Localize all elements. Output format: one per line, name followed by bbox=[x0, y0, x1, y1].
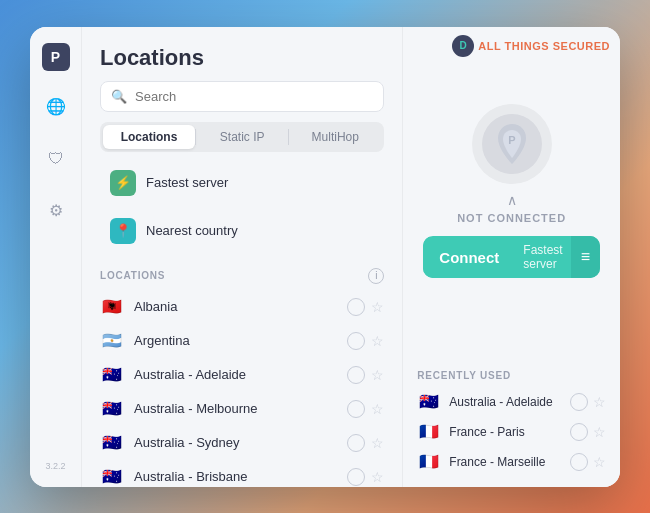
location-name: Australia - Sydney bbox=[134, 435, 337, 450]
flag-australia: 🇦🇺 bbox=[100, 468, 124, 486]
tab-multihop[interactable]: MultiHop bbox=[289, 125, 381, 149]
connect-menu-btn[interactable]: ≡ bbox=[571, 236, 600, 278]
favorite-star-btn[interactable]: ☆ bbox=[371, 299, 384, 315]
favorite-star-btn[interactable]: ☆ bbox=[371, 469, 384, 485]
connect-circle-btn[interactable] bbox=[347, 434, 365, 452]
chevron-up-icon[interactable]: ∧ bbox=[507, 192, 517, 208]
vpn-logo-circle: P bbox=[472, 104, 552, 184]
connect-circle-btn[interactable] bbox=[347, 366, 365, 384]
location-actions: ☆ bbox=[347, 298, 384, 316]
list-item[interactable]: 🇦🇺 Australia - Adelaide ☆ bbox=[417, 387, 606, 417]
svg-text:P: P bbox=[508, 134, 515, 146]
fastest-server-item[interactable]: ⚡ Fastest server bbox=[100, 162, 384, 204]
connect-button[interactable]: Connect bbox=[423, 237, 515, 278]
fastest-server-label: Fastest server bbox=[146, 175, 228, 190]
search-bar[interactable]: 🔍 bbox=[100, 81, 384, 112]
recent-location-name: France - Paris bbox=[449, 425, 562, 439]
sidebar-settings-icon[interactable]: ⚙ bbox=[40, 195, 72, 227]
favorite-star-btn[interactable]: ☆ bbox=[593, 394, 606, 410]
search-icon: 🔍 bbox=[111, 89, 127, 104]
favorite-star-btn[interactable]: ☆ bbox=[593, 454, 606, 470]
location-actions: ☆ bbox=[347, 434, 384, 452]
left-panel: Locations 🔍 Locations Static IP MultiHop bbox=[82, 27, 403, 487]
watermark-logo: D bbox=[452, 35, 474, 57]
connect-circle-btn[interactable] bbox=[347, 332, 365, 350]
location-actions: ☆ bbox=[347, 400, 384, 418]
list-item[interactable]: 🇦🇱 Albania ☆ bbox=[82, 290, 402, 324]
page-title: Locations bbox=[82, 27, 402, 81]
location-name: Australia - Brisbane bbox=[134, 469, 337, 484]
vpn-logo-svg: P bbox=[494, 122, 530, 166]
list-item[interactable]: 🇦🇺 Australia - Adelaide ☆ bbox=[82, 358, 402, 392]
connect-circle-btn[interactable] bbox=[570, 423, 588, 441]
recently-used-label: RECENTLY USED bbox=[417, 370, 606, 381]
nearest-country-icon: 📍 bbox=[110, 218, 136, 244]
tabs-row: Locations Static IP MultiHop bbox=[100, 122, 384, 152]
flag-fr: 🇫🇷 bbox=[417, 423, 441, 441]
flag-albania: 🇦🇱 bbox=[100, 298, 124, 316]
favorite-star-btn[interactable]: ☆ bbox=[371, 401, 384, 417]
favorite-star-btn[interactable]: ☆ bbox=[371, 367, 384, 383]
connect-circle-btn[interactable] bbox=[347, 400, 365, 418]
location-actions: ☆ bbox=[347, 366, 384, 384]
list-item[interactable]: 🇦🇷 Argentina ☆ bbox=[82, 324, 402, 358]
favorite-star-btn[interactable]: ☆ bbox=[593, 424, 606, 440]
list-item[interactable]: 🇫🇷 France - Paris ☆ bbox=[417, 417, 606, 447]
flag-au: 🇦🇺 bbox=[417, 393, 441, 411]
nearest-country-label: Nearest country bbox=[146, 223, 238, 238]
location-name: Argentina bbox=[134, 333, 337, 348]
tab-locations[interactable]: Locations bbox=[103, 125, 195, 149]
location-list: 🇦🇱 Albania ☆ 🇦🇷 Argentina ☆ bbox=[82, 290, 402, 487]
flag-australia: 🇦🇺 bbox=[100, 366, 124, 384]
sidebar-shield-icon[interactable]: 🛡 bbox=[40, 143, 72, 175]
main-panel: Locations 🔍 Locations Static IP MultiHop bbox=[82, 27, 620, 487]
sidebar-globe-icon[interactable]: 🌐 bbox=[40, 91, 72, 123]
quick-actions: ⚡ Fastest server 📍 Nearest country bbox=[82, 162, 402, 252]
app-window: D ALL THINGS SECURED P 🌐 🛡 ⚙ 3.2.2 Locat… bbox=[30, 27, 620, 487]
connect-server-label: Fastest server bbox=[515, 243, 570, 271]
sidebar: P 🌐 🛡 ⚙ 3.2.2 bbox=[30, 27, 82, 487]
vpn-logo-inner: P bbox=[482, 114, 542, 174]
flag-fr: 🇫🇷 bbox=[417, 453, 441, 471]
recent-location-name: Australia - Adelaide bbox=[449, 395, 562, 409]
location-actions: ☆ bbox=[347, 468, 384, 486]
locations-label: LOCATIONS bbox=[100, 270, 165, 281]
location-actions: ☆ bbox=[347, 332, 384, 350]
flag-australia: 🇦🇺 bbox=[100, 400, 124, 418]
connect-circle-btn[interactable] bbox=[347, 298, 365, 316]
location-name: Albania bbox=[134, 299, 337, 314]
vpn-status-text: NOT CONNECTED bbox=[457, 212, 566, 224]
locations-section-header: LOCATIONS i bbox=[82, 262, 402, 290]
flag-australia: 🇦🇺 bbox=[100, 434, 124, 452]
watermark: D ALL THINGS SECURED bbox=[452, 35, 610, 57]
connect-circle-btn[interactable] bbox=[570, 453, 588, 471]
search-input[interactable] bbox=[135, 89, 373, 104]
vpn-status-area: P ∧ NOT CONNECTED Connect Fastest server… bbox=[403, 27, 620, 370]
list-item[interactable]: 🇦🇺 Australia - Melbourne ☆ bbox=[82, 392, 402, 426]
connect-btn-row[interactable]: Connect Fastest server ≡ bbox=[423, 236, 600, 278]
recently-used-section: RECENTLY USED 🇦🇺 Australia - Adelaide ☆ … bbox=[403, 370, 620, 487]
list-item[interactable]: 🇦🇺 Australia - Brisbane ☆ bbox=[82, 460, 402, 487]
location-name: Australia - Melbourne bbox=[134, 401, 337, 416]
fastest-server-icon: ⚡ bbox=[110, 170, 136, 196]
flag-argentina: 🇦🇷 bbox=[100, 332, 124, 350]
recent-location-name: France - Marseille bbox=[449, 455, 562, 469]
list-item[interactable]: 🇫🇷 France - Marseille ☆ bbox=[417, 447, 606, 477]
info-icon[interactable]: i bbox=[368, 268, 384, 284]
location-name: Australia - Adelaide bbox=[134, 367, 337, 382]
app-logo: P bbox=[42, 43, 70, 71]
tab-static-ip[interactable]: Static IP bbox=[196, 125, 288, 149]
favorite-star-btn[interactable]: ☆ bbox=[371, 435, 384, 451]
nearest-country-item[interactable]: 📍 Nearest country bbox=[100, 210, 384, 252]
favorite-star-btn[interactable]: ☆ bbox=[371, 333, 384, 349]
version-label: 3.2.2 bbox=[45, 461, 65, 471]
right-panel: P ∧ NOT CONNECTED Connect Fastest server… bbox=[403, 27, 620, 487]
connect-circle-btn[interactable] bbox=[570, 393, 588, 411]
connect-circle-btn[interactable] bbox=[347, 468, 365, 486]
list-item[interactable]: 🇦🇺 Australia - Sydney ☆ bbox=[82, 426, 402, 460]
